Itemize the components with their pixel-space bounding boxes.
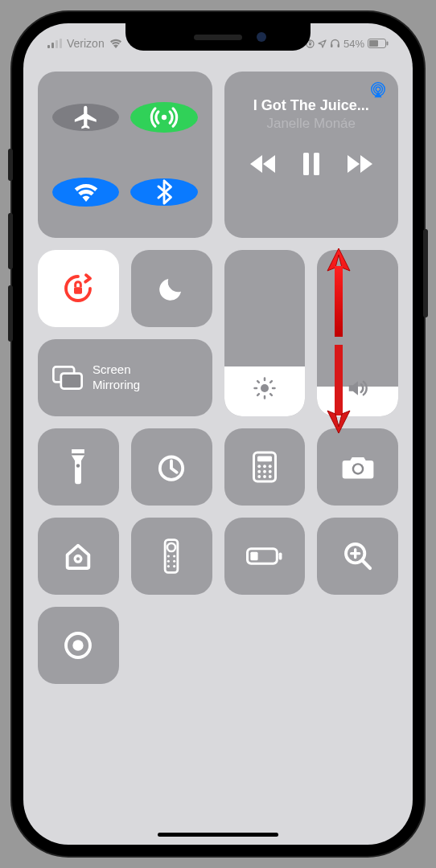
screen-mirroring-icon: [52, 365, 83, 391]
svg-rect-8: [337, 44, 339, 47]
apple-tv-remote-button[interactable]: [131, 518, 212, 595]
svg-point-31: [263, 470, 266, 473]
moon-icon: [157, 274, 186, 303]
home-indicator[interactable]: [158, 833, 278, 837]
do-not-disturb-button[interactable]: [131, 250, 212, 327]
media-controls: [237, 153, 386, 175]
control-center: I Got The Juice... Janelle Monáe: [38, 72, 398, 822]
signal-icon: [47, 39, 62, 48]
camera-icon: [341, 453, 375, 481]
svg-point-40: [167, 543, 175, 551]
svg-point-43: [167, 560, 170, 563]
battery-low-power-icon: [246, 547, 283, 566]
svg-rect-16: [303, 153, 309, 175]
svg-point-19: [261, 384, 269, 392]
orientation-lock-button[interactable]: [38, 250, 119, 327]
svg-rect-2: [56, 40, 58, 48]
orientation-lock-icon: [62, 272, 94, 305]
magnifier-button[interactable]: [317, 518, 398, 595]
screen-record-button[interactable]: [38, 607, 119, 684]
svg-rect-11: [387, 42, 389, 46]
media-tile[interactable]: I Got The Juice... Janelle Monáe: [224, 72, 399, 238]
side-button: [423, 229, 428, 317]
svg-rect-49: [279, 552, 282, 559]
svg-point-35: [269, 475, 272, 478]
speaker: [194, 35, 242, 40]
svg-rect-7: [331, 44, 333, 47]
mute-switch: [8, 149, 13, 181]
svg-rect-3: [60, 39, 62, 48]
svg-point-13: [376, 87, 380, 92]
svg-point-52: [73, 640, 84, 650]
remote-icon: [163, 538, 179, 574]
cellular-icon: [149, 102, 179, 133]
svg-point-34: [263, 475, 266, 478]
front-camera: [257, 32, 266, 42]
svg-point-32: [269, 470, 272, 473]
svg-rect-26: [257, 457, 272, 462]
screen-mirroring-label: Screen Mirroring: [93, 362, 140, 393]
pause-button[interactable]: [302, 153, 321, 175]
wifi-button[interactable]: [52, 178, 119, 207]
low-power-mode-button[interactable]: [224, 518, 306, 595]
svg-rect-21: [61, 374, 82, 389]
svg-rect-23: [72, 453, 85, 455]
location-icon: [318, 39, 327, 48]
svg-rect-6: [309, 43, 311, 45]
screen-mirroring-button[interactable]: Screen Mirroring: [38, 339, 212, 416]
volume-slider[interactable]: [317, 250, 398, 416]
svg-point-29: [269, 465, 272, 468]
screen: Verizon 54%: [23, 23, 413, 845]
home-button[interactable]: [38, 518, 119, 595]
speaker-icon: [345, 376, 371, 400]
svg-point-45: [167, 565, 170, 567]
brightness-slider[interactable]: [224, 250, 306, 416]
airplane-mode-button[interactable]: [52, 104, 119, 131]
previous-track-button[interactable]: [249, 154, 277, 174]
airplay-icon[interactable]: [369, 81, 387, 99]
cellular-data-button[interactable]: [130, 102, 197, 133]
magnifier-icon: [342, 540, 374, 572]
flashlight-button[interactable]: [38, 428, 119, 506]
svg-rect-10: [369, 40, 378, 47]
volume-down-button: [8, 285, 13, 342]
svg-point-22: [76, 464, 80, 467]
svg-point-41: [167, 555, 170, 557]
sun-icon: [253, 376, 277, 400]
home-icon: [62, 540, 94, 572]
record-icon: [62, 629, 94, 661]
headphones-icon: [330, 39, 340, 48]
svg-point-28: [263, 465, 266, 468]
bluetooth-button[interactable]: [130, 178, 197, 206]
airplane-icon: [72, 104, 100, 131]
phone-frame: Verizon 54%: [12, 12, 424, 856]
status-left: Verizon: [47, 31, 122, 55]
battery-percentage: 54%: [343, 38, 364, 50]
calculator-button[interactable]: [224, 428, 306, 506]
bluetooth-icon: [150, 178, 178, 206]
connectivity-tile[interactable]: [38, 72, 212, 238]
wifi-status-icon: [109, 39, 122, 48]
next-track-button[interactable]: [346, 154, 373, 174]
svg-point-33: [257, 475, 261, 478]
battery-icon: [368, 39, 389, 48]
svg-point-46: [173, 565, 175, 567]
svg-point-38: [76, 556, 82, 563]
svg-rect-17: [314, 153, 319, 175]
svg-rect-0: [47, 45, 50, 48]
svg-rect-39: [165, 540, 178, 573]
svg-point-30: [257, 470, 261, 473]
svg-point-42: [173, 555, 175, 557]
svg-point-44: [173, 560, 175, 563]
timer-button[interactable]: [131, 428, 212, 506]
svg-rect-1: [51, 43, 54, 48]
track-artist: Janelle Monáe: [237, 116, 386, 132]
volume-up-button: [8, 213, 13, 269]
track-title: I Got The Juice...: [237, 97, 386, 114]
flashlight-icon: [69, 449, 87, 485]
camera-button[interactable]: [317, 428, 398, 506]
notch: [125, 23, 311, 51]
svg-point-27: [257, 465, 261, 468]
carrier-label: Verizon: [67, 37, 105, 50]
svg-rect-18: [74, 287, 82, 293]
